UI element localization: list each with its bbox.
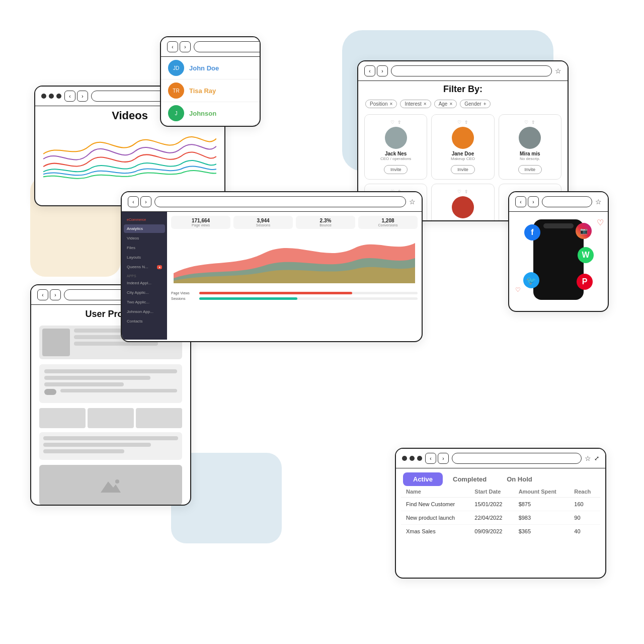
social-forward-arrow[interactable]: ›	[528, 196, 539, 207]
filter-search-input[interactable]	[391, 65, 552, 76]
progress-label-1: Page Views	[171, 291, 196, 295]
whatsapp-icon[interactable]: W	[578, 247, 594, 263]
social-back-arrow[interactable]: ‹	[515, 196, 526, 207]
sidebar-indeed[interactable]: Indeed Appl...	[124, 279, 165, 287]
filter-tag-gender[interactable]: Gender +	[460, 100, 491, 108]
dot1	[41, 94, 46, 99]
heart-icon-janedoe: ♡	[457, 120, 461, 125]
filter-tags-row: Position × Interest × Age × Gender +	[358, 98, 568, 110]
sidebar-two[interactable]: Two Applic...	[124, 298, 165, 306]
social-star-icon[interactable]: ☆	[595, 198, 602, 206]
progress-bar-fill-1	[199, 292, 352, 294]
dropdown-search-input[interactable]	[194, 41, 261, 52]
filter-star-icon[interactable]: ☆	[555, 67, 561, 75]
campaigns-table-container: Name Start Date Amount Spent Reach Find …	[396, 486, 605, 538]
stat-val-1: 171,664	[174, 218, 227, 223]
social-window: ‹ › ☆ f 📷 W 🐦 P ♡ ♡	[508, 191, 609, 312]
row2-reach: 90	[569, 511, 600, 525]
profile-role-janedoe: Makeup CEO	[436, 156, 490, 161]
instagram-icon[interactable]: 📷	[576, 223, 592, 239]
analytics-window: ‹ › ☆ eCommerce Analytics Videos Files L…	[121, 191, 423, 342]
sidebar-contacts[interactable]: Contacts	[124, 317, 165, 326]
analytics-nav-arrows[interactable]: ‹ ›	[128, 196, 151, 207]
invite-btn-miramis[interactable]: Invite	[518, 165, 542, 174]
dropdown-item-tisa[interactable]: TR Tisa Ray	[161, 79, 260, 102]
filter-tag-interest[interactable]: Interest ×	[400, 100, 431, 108]
sidebar-layouts[interactable]: Layouts	[124, 253, 165, 262]
campaigns-search-input[interactable]	[452, 453, 582, 464]
analytics-back-arrow[interactable]: ‹	[128, 196, 139, 207]
invite-btn-janedoe[interactable]: Invite	[451, 165, 475, 174]
invite-btn-jacknes[interactable]: Invite	[384, 165, 408, 174]
analytics-forward-arrow[interactable]: ›	[140, 196, 151, 207]
twitter-icon[interactable]: 🐦	[523, 272, 539, 288]
sidebar-videos[interactable]: Videos	[124, 234, 165, 243]
filter-nav-arrows[interactable]: ‹ ›	[364, 65, 388, 76]
sidebar-queens-label: Queens N...	[127, 265, 148, 269]
text-line-2	[44, 376, 150, 380]
row1-amount: $875	[514, 498, 570, 511]
profile-name-miramis: Mira mis	[503, 151, 557, 156]
analytics-star-icon[interactable]: ☆	[409, 198, 416, 206]
dropdown-item-johnson[interactable]: J Johnson	[161, 102, 260, 125]
videos-nav-arrows[interactable]: ‹ ›	[64, 91, 88, 102]
stat-lbl-4: Conversions	[361, 223, 415, 227]
avatar-janedoe	[452, 127, 474, 149]
tag-close-position[interactable]: ×	[390, 101, 393, 107]
toggle-switch[interactable]	[44, 389, 56, 395]
videos-line-chart	[43, 126, 216, 192]
pinterest-icon[interactable]: P	[577, 274, 593, 290]
stat-3: 2.3% Bounce	[296, 216, 355, 229]
mountain-placeholder-icon	[101, 477, 121, 493]
sidebar-files[interactable]: Files	[124, 244, 165, 252]
dropdown-nav-arrows[interactable]: ‹ ›	[167, 41, 191, 52]
back-arrow[interactable]: ‹	[64, 91, 75, 102]
campaigns-back-arrow[interactable]: ‹	[425, 453, 436, 464]
sidebar-city[interactable]: City Applic...	[124, 288, 165, 297]
resize-icon[interactable]: ⤢	[594, 455, 599, 462]
sidebar-queens[interactable]: Queens N... ●	[124, 263, 165, 271]
table-row-3: Xmas Sales 09/09/2022 $365 40	[401, 525, 600, 538]
tab-completed[interactable]: Completed	[443, 472, 497, 486]
progress-bar-bg-2	[199, 297, 418, 300]
tab-active[interactable]: Active	[403, 472, 443, 486]
whatsapp-btn[interactable]: W	[578, 247, 594, 263]
sidebar-ecommerce[interactable]: eCommerce	[124, 216, 165, 223]
tag-close-age[interactable]: ×	[449, 101, 452, 107]
dropdown-back-arrow[interactable]: ‹	[167, 41, 178, 52]
profile-back-arrow[interactable]: ‹	[37, 289, 48, 300]
filter-tag-age[interactable]: Age ×	[434, 100, 457, 108]
profile-card-jacknes: ♡ ⇧ Jack Nes CEO / operations Invite	[364, 114, 427, 180]
dropdown-item-john[interactable]: JD John Doe	[161, 57, 260, 79]
user-profile-nav-arrows[interactable]: ‹ ›	[37, 289, 61, 300]
dropdown-forward-arrow[interactable]: ›	[180, 41, 191, 52]
campaigns-star-icon[interactable]: ☆	[585, 454, 591, 462]
tag-close-gender[interactable]: +	[484, 101, 487, 107]
text-line-3	[44, 382, 124, 386]
social-nav-arrows[interactable]: ‹ ›	[515, 196, 539, 207]
profile-name-tisaray: Tisa Ray	[436, 220, 490, 221]
campaigns-forward-arrow[interactable]: ›	[438, 453, 449, 464]
mockup-line-3	[74, 342, 158, 346]
progress-bar-fill-2	[199, 297, 297, 300]
facebook-icon[interactable]: f	[524, 224, 540, 240]
profile-forward-arrow[interactable]: ›	[50, 289, 61, 300]
filter-forward-arrow[interactable]: ›	[377, 65, 388, 76]
tag-close-interest[interactable]: ×	[424, 101, 427, 107]
tab-onhold[interactable]: On Hold	[497, 472, 542, 486]
sidebar-johnson-app[interactable]: Johnson App...	[124, 307, 165, 316]
filter-tag-position[interactable]: Position ×	[365, 100, 397, 108]
filter-title: Filter By:	[358, 81, 568, 98]
facebook-btn[interactable]: f	[524, 224, 540, 240]
campaigns-nav-arrows[interactable]: ‹ ›	[425, 453, 449, 464]
sidebar-analytics[interactable]: Analytics	[124, 224, 165, 233]
instagram-btn[interactable]: 📷	[576, 223, 592, 239]
pinterest-btn[interactable]: P	[577, 274, 593, 290]
dropdown-item-mira[interactable]: MM Mira Mis	[161, 125, 260, 127]
analytics-search-input[interactable]	[154, 196, 406, 207]
social-search-input[interactable]	[542, 196, 592, 207]
twitter-btn[interactable]: 🐦	[523, 272, 539, 288]
forward-arrow[interactable]: ›	[77, 91, 88, 102]
social-content: f 📷 W 🐦 P ♡ ♡	[509, 212, 608, 307]
filter-back-arrow[interactable]: ‹	[364, 65, 375, 76]
